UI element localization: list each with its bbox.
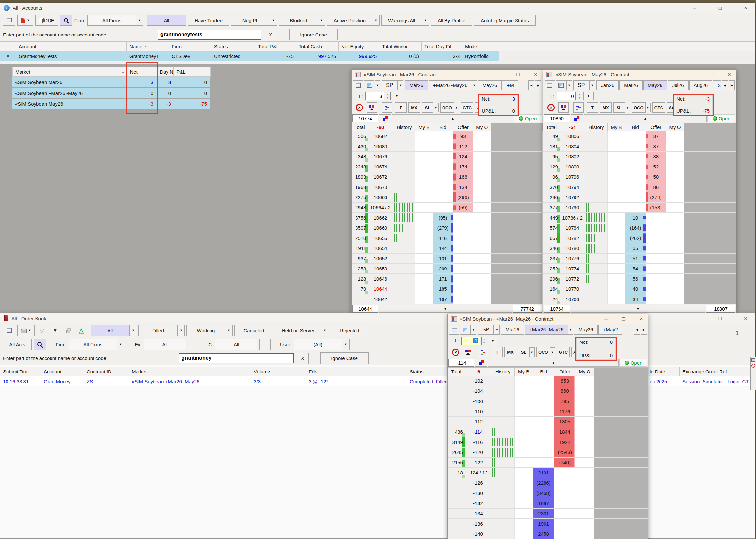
bid-cell[interactable]: 51 bbox=[625, 254, 646, 263]
bid-cell[interactable]: (279) bbox=[433, 223, 453, 233]
price-cell[interactable]: 10784 bbox=[560, 223, 585, 233]
my-offer-cell[interactable] bbox=[575, 406, 594, 416]
working-orders-button[interactable] bbox=[478, 347, 488, 357]
mx-button[interactable]: MX bbox=[600, 102, 612, 113]
price-cell[interactable]: 10782 bbox=[560, 233, 585, 243]
ladder-row[interactable]: -1101176 bbox=[448, 406, 648, 417]
col-history[interactable]: History bbox=[491, 368, 514, 376]
lots-spinner[interactable]: ▴▾ bbox=[385, 92, 391, 100]
bid-cell[interactable]: 34 bbox=[625, 294, 646, 304]
scroll-down-button[interactable]: ▼ bbox=[570, 305, 706, 313]
ladder-row[interactable]: -130(3458) bbox=[448, 488, 648, 498]
offer-cell[interactable]: 134 bbox=[453, 182, 474, 192]
offer-cell[interactable] bbox=[646, 284, 666, 294]
properties-button[interactable] bbox=[545, 81, 555, 90]
account-row[interactable]: ▼ GrantMoneyTests GrantMoneyT CTSDev Unr… bbox=[0, 51, 755, 61]
offer-cell[interactable] bbox=[646, 213, 666, 223]
my-bid-cell[interactable] bbox=[514, 447, 533, 457]
ladder-row[interactable]: 43010680112 bbox=[351, 141, 543, 152]
offer-cell[interactable]: 112 bbox=[453, 141, 474, 151]
ladder-row[interactable]: 294810664 / 2(59) bbox=[351, 203, 543, 213]
my-offer-cell[interactable] bbox=[666, 141, 684, 151]
price-cell[interactable]: -132 bbox=[465, 498, 491, 508]
offer-cell[interactable]: 860 bbox=[554, 386, 575, 396]
price-cell[interactable]: 10662 bbox=[368, 213, 393, 223]
sl-dropdown[interactable]: ▼ bbox=[529, 347, 535, 357]
offer-cell[interactable] bbox=[554, 488, 575, 498]
bid-cell[interactable] bbox=[433, 162, 453, 172]
bid-cell[interactable] bbox=[533, 376, 554, 386]
my-bid-cell[interactable] bbox=[608, 264, 625, 273]
my-offer-cell[interactable] bbox=[474, 152, 491, 161]
my-offer-cell[interactable] bbox=[666, 243, 684, 253]
ladder-row[interactable]: -1321887 bbox=[448, 498, 648, 508]
price-cell[interactable]: -106 bbox=[465, 396, 491, 406]
ladder-row[interactable]: 241076634 bbox=[543, 294, 736, 304]
bid-cell[interactable]: 185 bbox=[433, 284, 453, 294]
price-cell[interactable]: -112 bbox=[465, 417, 491, 426]
price-cell[interactable]: 10806 bbox=[560, 131, 585, 141]
my-offer-cell[interactable] bbox=[474, 131, 491, 141]
bid-cell[interactable]: 1961 bbox=[533, 519, 554, 529]
my-bid-cell[interactable] bbox=[608, 243, 625, 253]
price-cell[interactable]: 10644 bbox=[368, 284, 393, 294]
offer-cell[interactable] bbox=[646, 254, 666, 263]
offer-cell[interactable] bbox=[646, 264, 666, 273]
offer-cell[interactable] bbox=[453, 243, 474, 253]
bid-cell[interactable]: 56 bbox=[625, 274, 646, 283]
search-button[interactable] bbox=[60, 15, 72, 26]
my-bid-cell[interactable] bbox=[416, 172, 433, 182]
my-bid-cell[interactable] bbox=[416, 192, 433, 202]
maximize-button[interactable]: □ bbox=[516, 72, 520, 77]
bid-cell[interactable]: 116 bbox=[433, 233, 453, 243]
my-bid-cell[interactable] bbox=[514, 376, 533, 386]
minimize-button[interactable]: – bbox=[604, 316, 607, 322]
bid-cell[interactable] bbox=[433, 131, 453, 141]
price-input[interactable] bbox=[544, 115, 570, 122]
bid-cell[interactable]: (2286) bbox=[533, 478, 554, 488]
bid-cell[interactable] bbox=[533, 406, 554, 416]
close-button[interactable]: × bbox=[534, 72, 537, 77]
my-offer-cell[interactable] bbox=[666, 152, 684, 161]
price-cell[interactable]: 10766 bbox=[560, 294, 585, 304]
ladder-row[interactable]: 1811080437 bbox=[543, 141, 736, 152]
my-offer-cell[interactable] bbox=[575, 488, 594, 498]
my-offer-cell[interactable] bbox=[666, 213, 684, 223]
offer-cell[interactable] bbox=[453, 213, 474, 223]
dde-button[interactable]: DDE bbox=[35, 15, 58, 26]
my-bid-cell[interactable] bbox=[608, 254, 625, 263]
my-offer-cell[interactable] bbox=[666, 223, 684, 233]
tab-mar26-may26[interactable]: +Mar26 -May26 bbox=[525, 325, 568, 335]
price-cell[interactable]: 10650 bbox=[368, 264, 393, 273]
my-offer-cell[interactable] bbox=[575, 376, 594, 386]
oco-dropdown[interactable]: ▼ bbox=[645, 103, 651, 113]
ladder-row[interactable]: 951080238 bbox=[543, 152, 736, 162]
my-offer-cell[interactable] bbox=[474, 284, 491, 294]
my-bid-cell[interactable] bbox=[514, 488, 533, 498]
properties-icon[interactable] bbox=[751, 358, 755, 362]
my-bid-cell[interactable] bbox=[416, 162, 433, 172]
my-offer-cell[interactable] bbox=[666, 172, 684, 182]
offer-cell[interactable]: 853 bbox=[554, 376, 575, 386]
offer-cell[interactable] bbox=[646, 223, 666, 233]
my-bid-cell[interactable] bbox=[514, 396, 533, 406]
col-trade-date[interactable]: le Date bbox=[647, 367, 680, 376]
ignore-case-button[interactable]: Ignore Case bbox=[320, 352, 369, 364]
bid-cell[interactable]: 144 bbox=[433, 243, 453, 253]
price-cell[interactable]: 10646 bbox=[368, 274, 393, 283]
my-bid-cell[interactable] bbox=[608, 141, 625, 151]
bid-cell[interactable] bbox=[433, 203, 453, 212]
my-offer-cell[interactable] bbox=[474, 274, 491, 283]
ladder-row[interactable]: 28610792(274) bbox=[543, 192, 736, 202]
col-my-bid[interactable]: My B bbox=[514, 368, 533, 376]
all-by-profile-button[interactable]: All By Profile bbox=[431, 15, 472, 26]
price-cell[interactable]: 10660 bbox=[368, 223, 393, 233]
bid-cell[interactable] bbox=[625, 152, 646, 161]
ladder-row[interactable]: -104860 bbox=[448, 386, 648, 396]
col-history[interactable]: History bbox=[585, 123, 608, 131]
oco-button[interactable]: OCO bbox=[536, 347, 550, 357]
properties-button[interactable] bbox=[3, 15, 15, 26]
col-my-offer[interactable]: My O bbox=[666, 123, 684, 131]
offer-cell[interactable] bbox=[453, 233, 474, 243]
tab-mar26[interactable]: Mar26 bbox=[501, 325, 524, 335]
